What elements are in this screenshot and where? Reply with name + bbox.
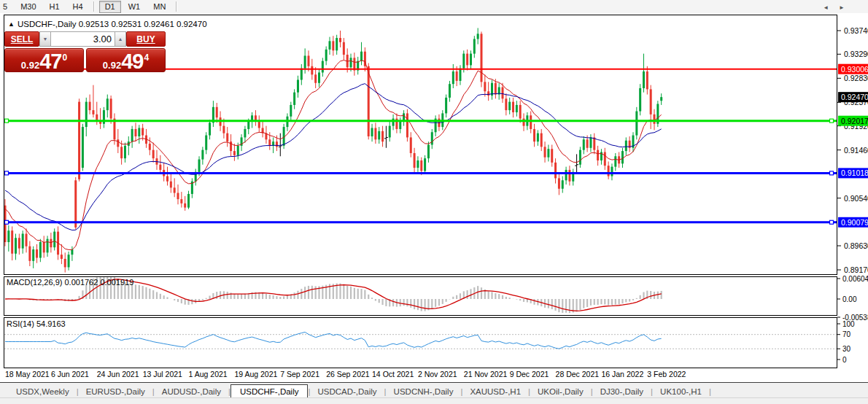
toolbar-separator — [93, 1, 95, 12]
price-badge-label: 0.92017 — [841, 117, 868, 125]
date-axis-label: 6 Jun 2021 — [51, 370, 89, 378]
sell-price-button[interactable]: 0.92470 — [4, 48, 84, 72]
chart-tab-audusd-daily[interactable]: AUDUSD-,Daily — [155, 385, 228, 398]
timeframe-button-d1[interactable]: D1 — [99, 1, 121, 13]
chart-tab-usdcnh-daily[interactable]: USDCNH-,Daily — [387, 385, 461, 398]
timeframe-toolbar: 5M30H1H4D1W1MN — [0, 0, 868, 14]
status-strip — [0, 397, 868, 404]
rsi-axis-label: 30 — [842, 345, 851, 353]
chart-header-title: USDCHF-,Daily 0.92513 0.92531 0.92461 0.… — [18, 20, 207, 28]
sell-button[interactable]: SELL — [4, 31, 39, 47]
chart-tab-xauusd-h1[interactable]: XAUUSD-,H1 — [462, 385, 528, 398]
date-axis-label: 19 Aug 2021 — [234, 370, 277, 378]
date-axis-label: 14 Oct 2021 — [372, 370, 414, 378]
volume-increase-icon[interactable]: ▲ — [115, 31, 126, 47]
buy-price-prefix: 0.92 — [103, 60, 121, 71]
tab-scroll-right-icon[interactable]: ► — [839, 4, 855, 11]
price-badge-label: 0.91018 — [841, 168, 868, 177]
timeframe-button-5[interactable]: 5 — [0, 1, 13, 13]
price-badge-label: 0.92470 — [841, 93, 868, 101]
line-end-marker — [5, 119, 9, 123]
price-axis-tick-label: 0.91460 — [844, 146, 868, 155]
date-axis-label: 2 Nov 2021 — [418, 370, 457, 378]
date-axis-label: 1 Aug 2021 — [189, 370, 228, 378]
chart-tab-bar: USDX,Weekly|EURUSD-,Daily|AUDUSD-,Daily|… — [0, 382, 868, 398]
price-axis-tick-label: 0.89170 — [844, 265, 868, 274]
timeframe-button-w1[interactable]: W1 — [123, 1, 147, 13]
date-axis-label: 7 Sep 2021 — [280, 370, 319, 378]
line-end-marker — [830, 220, 834, 224]
date-axis-label: 16 Jan 2022 — [601, 370, 643, 378]
date-axis-label: 18 May 2021 — [5, 370, 50, 378]
line-end-marker — [830, 171, 834, 175]
chart-tab-usdx-weekly[interactable]: USDX,Weekly — [9, 385, 77, 398]
tab-scroll-arrows[interactable]: ◄► — [823, 4, 855, 11]
buy-button[interactable]: BUY — [126, 31, 166, 47]
macd-indicator-label: MACD(12,26,9) 0.001762 0.001919 — [7, 278, 133, 287]
rsi-axis-label: 100 — [842, 320, 855, 328]
rsi-axis-label: 70 — [842, 330, 851, 338]
sell-price-big-digits: 47 — [39, 50, 61, 72]
price-axis-tick-label: 0.90540 — [844, 194, 868, 203]
price-badge-label: 0.93006 — [841, 65, 868, 74]
buy-price-big-digits: 49 — [121, 50, 143, 72]
date-axis-label: 28 Dec 2021 — [556, 370, 600, 378]
chart-tab-usdchf-daily[interactable]: USDCHF-,Daily — [230, 384, 309, 399]
chart-tab-ukoil-daily[interactable]: UKOil-,Daily — [530, 385, 591, 398]
timeframe-button-m30[interactable]: M30 — [15, 1, 42, 13]
price-axis-tick-label: 0.93290 — [844, 50, 868, 58]
line-end-marker — [830, 119, 834, 123]
buy-price-pip-digit: 4 — [144, 53, 149, 63]
chart-tab-uk100-h1[interactable]: UK100-,H1 — [653, 385, 709, 398]
chart-tab-usdcad-daily[interactable]: USDCAD-,Daily — [310, 385, 384, 398]
date-axis-label: 26 Sep 2021 — [326, 370, 370, 378]
price-axis-tick-label: 0.93740 — [844, 26, 868, 35]
chart-collapse-icon: ▲ — [8, 20, 15, 28]
line-end-marker — [5, 171, 9, 175]
sell-price-prefix: 0.92 — [21, 60, 39, 71]
volume-decrease-icon[interactable]: ▼ — [39, 31, 51, 47]
chart-tab-dj30-daily[interactable]: DJ30-,Daily — [593, 385, 651, 398]
tab-scroll-left-icon[interactable]: ◄ — [823, 4, 839, 11]
date-axis-label: 21 Nov 2021 — [464, 370, 508, 378]
date-axis-label: 13 Jul 2021 — [143, 370, 182, 378]
chart-tab-eurusd-daily[interactable]: EURUSD-,Daily — [79, 385, 152, 398]
date-axis-label: 9 Dec 2021 — [510, 370, 549, 378]
volume-input[interactable] — [51, 31, 115, 47]
timeframe-button-mn[interactable]: MN — [147, 1, 171, 13]
toolbar-separator — [176, 1, 177, 12]
date-axis-label: 24 Jun 2021 — [97, 370, 139, 378]
price-axis-tick-label: 0.89630 — [844, 241, 868, 250]
rsi-axis-label: 0 — [842, 356, 847, 364]
tab-separator: | — [709, 385, 711, 398]
sell-price-pip-digit: 0 — [62, 53, 67, 63]
line-end-marker — [5, 220, 9, 224]
macd-axis-label: 0.00 — [842, 295, 857, 303]
macd-axis-label: 0.006045 — [842, 275, 868, 283]
buy-price-button[interactable]: 0.92494 — [86, 48, 166, 72]
timeframe-button-h1[interactable]: H1 — [44, 1, 66, 13]
one-click-trading-panel: SELL ▼ ▲ BUY 0.92470 0.92494 — [4, 31, 166, 72]
rsi-indicator-label: RSI(14) 54.9163 — [7, 319, 66, 328]
trading-terminal-window: 5M30H1H4D1W1MN ▲USDCHF-,Daily 0.92513 0.… — [0, 0, 868, 404]
timeframe-button-h4[interactable]: H4 — [67, 1, 89, 13]
date-axis-label: 3 Feb 2022 — [647, 370, 686, 378]
price-badge-label: 0.90079 — [841, 218, 868, 227]
price-axis-tick-label: 0.92830 — [844, 74, 868, 82]
